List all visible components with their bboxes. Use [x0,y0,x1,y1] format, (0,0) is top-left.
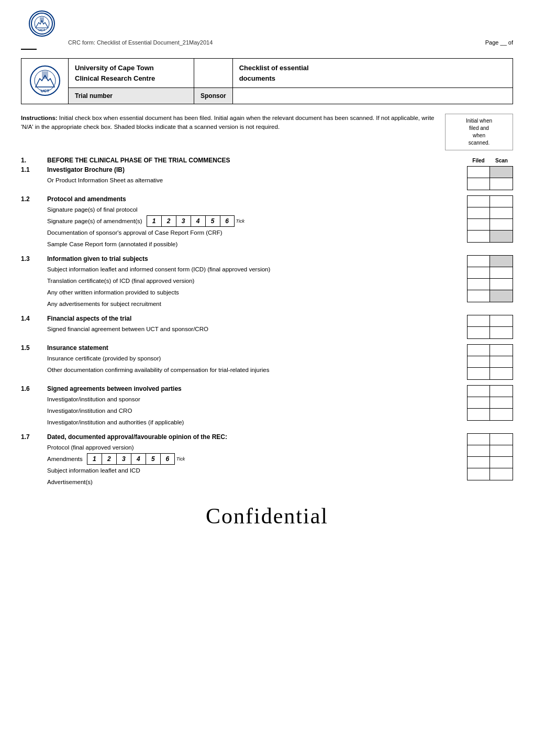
s1-4-f1 [468,315,490,326]
s1-3-box-r2 [468,267,513,279]
section-1-5: 1.5 Insurance statement Insurance certif… [21,344,513,380]
s1-1-boxes [467,166,513,190]
s1-3-title: Information given to trial subjects [47,255,148,262]
sponsor-value-cell [232,88,513,104]
section-1-1-header: 1.1 Investigator Brochure (IB) [21,166,467,173]
tick-1-2-1: 1 [147,215,161,227]
s1-2-box-r1 [468,196,513,207]
s1-5-item-1-text: Insurance certificate (provided by spons… [47,355,467,361]
tick-1-2-6: 6 [220,215,235,227]
section-1-6-content: 1.6 Signed agreements between involved p… [21,385,467,428]
s1-1-item-1-text: Or Product Information Sheet as alternat… [47,177,467,183]
s1-6-boxes [467,385,513,421]
logo-area: UCT [21,10,63,37]
s1-3-boxes [467,255,513,302]
s1-2-s2 [490,207,513,218]
scan-label: Scan [490,158,513,163]
s1-2-item-4-text: Sample Case Report form (annotated if po… [47,241,467,247]
s1-7-f3 [468,457,490,468]
s1-2-item-1: Signature page(s) of final protocol [21,204,467,215]
s1-2-f1 [468,196,490,207]
s1-7-box-r4 [468,468,513,480]
s1-7-title: Dated, documented approval/favourable op… [47,433,227,441]
s1-7-item-4-text: Advertisement(s) [47,479,467,485]
s1-3-f4 [468,290,490,302]
section-1-2-content: 1.2 Protocol and amendments Signature pa… [21,195,467,250]
section-1-2-header: 1.2 Protocol and amendments [21,195,467,203]
s1-3-s4 [490,290,513,302]
s1-6-s3 [490,409,513,420]
checklist-title-cell: Checklist of essential documents [232,59,513,88]
s1-6-f2 [468,397,490,408]
s1-2-item-3-text: Documentation of sponsor's approval of C… [47,229,467,236]
s1-1-item-1: Or Product Information Sheet as alternat… [21,174,467,186]
s1-4-title: Financial aspects of the trial [47,315,131,322]
s1-7-f1 [468,434,490,445]
tick-1-7-2: 2 [102,453,116,465]
s1-5-boxes [467,344,513,380]
s1-6-box-r1 [468,386,513,397]
s1-5-f2 [468,356,490,367]
s1-3-s2 [490,267,513,278]
s1-5-item-1: Insurance certificate (provided by spons… [21,353,467,364]
s1-4-num: 1.4 [21,315,47,322]
header-table: UCT University of Cape Town Clinical Res… [21,58,513,104]
s1-2-box-r2 [468,207,513,219]
table-logo-svg: UCT [29,65,61,96]
s1-3-item-4-text: Any advertisements for subject recruitme… [47,301,467,307]
s1-3-item-3: Any other written information provided t… [21,287,467,298]
tick-1-7-3: 3 [116,453,131,465]
tick-1-2-2: 2 [161,215,176,227]
s1-7-item-1-text: Protocol (final approved version) [47,444,467,451]
s1-6-s1 [490,386,513,397]
s1-3-item-2-text: Translation certificate(s) of ICD (final… [47,278,467,284]
s1-7-f2 [468,445,490,456]
section-1-6: 1.6 Signed agreements between involved p… [21,385,513,428]
s1-6-box-r3 [468,409,513,420]
svg-text:UCT: UCT [39,28,46,31]
s1-4-s1 [490,315,513,326]
page-header: UCT CRC form: Checklist of Essential Doc… [21,10,513,46]
s1-2-item-1-text: Signature page(s) of final protocol [47,206,467,213]
s1-1-scan-1 [490,167,513,178]
s1-2-title: Protocol and amendments [47,195,126,203]
section-1-4-header: 1.4 Financial aspects of the trial [21,315,467,322]
section-1-4-wrap: 1.4 Financial aspects of the trial Signe… [21,315,513,339]
section-1-3-wrap: 1.3 Information given to trial subjects … [21,255,513,310]
s1-3-item-3-text: Any other written information provided t… [47,289,467,295]
section-1-7-content: 1.7 Dated, documented approval/favourabl… [21,433,467,488]
s1-1-title: Investigator Brochure (IB) [47,166,125,173]
instructions-bold: Instructions: [21,115,58,121]
s1-3-item-1: Subject information leaflet and informed… [21,264,467,275]
s1-3-f1 [468,256,490,267]
column-headers-row: 1. BEFORE THE CLINICAL PHASE OF THE TRIA… [21,157,513,164]
s1-3-box-r1 [468,256,513,267]
tick-1-7-1: 1 [87,453,102,465]
s1-3-f3 [468,279,490,290]
s1-3-item-4: Any advertisements for subject recruitme… [21,298,467,310]
s1-6-f3 [468,409,490,420]
filed-scan-labels: Filed Scan [467,158,513,163]
s1-3-s3 [490,279,513,290]
filed-label: Filed [467,158,490,163]
section-1-5-header: 1.5 Insurance statement [21,344,467,352]
s1-2-s4 [490,231,513,242]
s1-6-item-3-text: Investigator/institution and authorities… [47,419,467,425]
tick-label-1-7: Tick [176,456,185,462]
s1-6-item-2: Investigator/institution and CRO [21,405,467,417]
s1-2-item-4: Sample Case Report form (annotated if po… [21,238,467,250]
tick-1-2-3: 3 [176,215,191,227]
s1-6-s2 [490,397,513,408]
section-1-7: 1.7 Dated, documented approval/favourabl… [21,433,513,488]
s1-5-s2 [490,356,513,367]
s1-6-box-r2 [468,397,513,409]
logo-circle: UCT [29,10,55,37]
section-1-2: 1.2 Protocol and amendments Signature pa… [21,195,513,250]
s1-5-f1 [468,345,490,356]
s1-1-filed-2 [468,178,490,190]
s1-7-item-2: Amendments 1 2 3 4 5 6 Tick [21,453,467,465]
s1-2-boxes [467,195,513,243]
s1-5-box-r1 [468,345,513,356]
section-1-header: 1. BEFORE THE CLINICAL PHASE OF THE TRIA… [21,157,230,164]
s1-6-num: 1.6 [21,385,47,392]
